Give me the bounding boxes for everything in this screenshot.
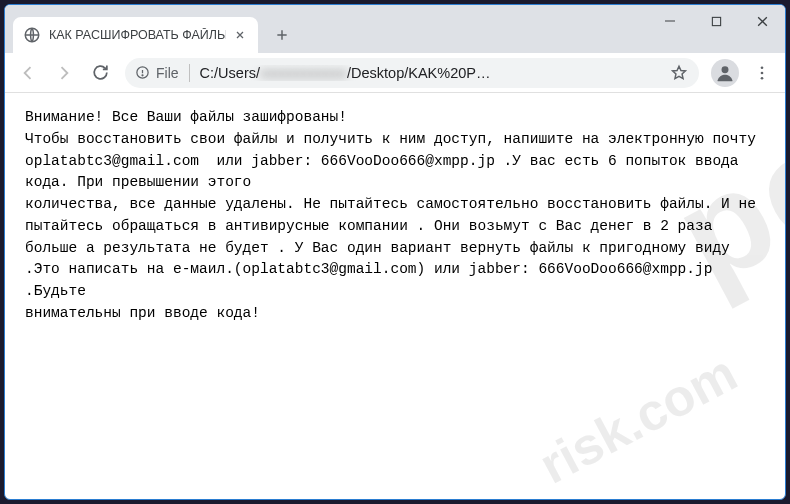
minimize-button[interactable] <box>647 5 693 37</box>
url-text: C:/Users/xxxxxxxxxxxx/Desktop/KAK%20P… <box>200 65 669 81</box>
maximize-button[interactable] <box>693 5 739 37</box>
separator <box>189 64 190 82</box>
svg-point-4 <box>722 66 729 73</box>
globe-icon <box>23 26 41 44</box>
url-redacted: xxxxxxxxxxxx <box>260 65 347 81</box>
url-suffix: /Desktop/KAK%20P… <box>347 65 490 81</box>
tab-title: КАК РАСШИФРОВАТЬ ФАЙЛЫ.t <box>49 28 226 42</box>
reload-button[interactable] <box>83 56 117 90</box>
svg-point-7 <box>761 76 764 79</box>
close-button[interactable] <box>739 5 785 37</box>
profile-avatar[interactable] <box>711 59 739 87</box>
svg-rect-1 <box>712 17 720 25</box>
bookmark-star-icon[interactable] <box>669 63 689 83</box>
toolbar: File C:/Users/xxxxxxxxxxxx/Desktop/KAK%2… <box>5 53 785 93</box>
browser-window: КАК РАСШИФРОВАТЬ ФАЙЛЫ.t <box>4 4 786 500</box>
forward-button[interactable] <box>47 56 81 90</box>
url-prefix: C:/Users/ <box>200 65 260 81</box>
menu-button[interactable] <box>745 56 779 90</box>
document-body: Внимание! Все Ваши файлы зашифрованы! Чт… <box>5 93 785 499</box>
window-controls <box>647 5 785 41</box>
titlebar: КАК РАСШИФРОВАТЬ ФАЙЛЫ.t <box>5 5 785 53</box>
new-tab-button[interactable] <box>268 21 296 49</box>
address-bar[interactable]: File C:/Users/xxxxxxxxxxxx/Desktop/KAK%2… <box>125 58 699 88</box>
file-scheme-label: File <box>156 65 179 81</box>
file-scheme-badge: File <box>135 65 179 81</box>
tab-close-button[interactable] <box>232 27 248 43</box>
svg-point-3 <box>142 75 143 76</box>
svg-point-5 <box>761 66 764 69</box>
back-button[interactable] <box>11 56 45 90</box>
browser-tab[interactable]: КАК РАСШИФРОВАТЬ ФАЙЛЫ.t <box>13 17 258 53</box>
svg-point-6 <box>761 71 764 74</box>
